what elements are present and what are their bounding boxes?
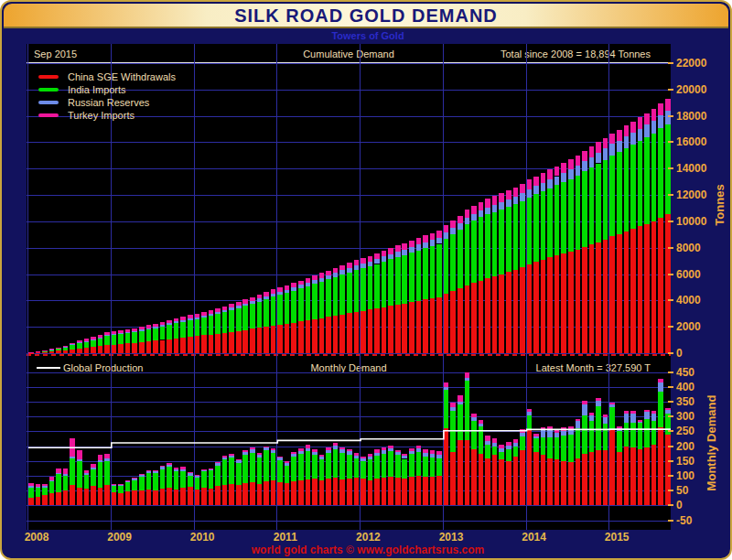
cumulative-bar-segment — [506, 272, 511, 353]
y-tick-label: 20000 — [676, 83, 706, 96]
cumulative-bar-segment — [479, 217, 484, 280]
cumulative-bar-segment — [354, 265, 360, 270]
y-tick-mark — [668, 274, 673, 275]
monthly-bar-segment — [395, 478, 401, 506]
cumulative-bar-segment — [520, 201, 525, 267]
monthly-bar-segment — [319, 480, 325, 506]
monthly-bar-segment — [271, 448, 276, 449]
monthly-bar-segment — [416, 448, 422, 452]
cumulative-bar-segment — [298, 285, 304, 288]
cumulative-bar-segment — [471, 221, 477, 283]
monthly-bar-segment — [271, 450, 276, 453]
cumulative-bar-segment — [257, 302, 263, 328]
y-tick-label: 2000 — [676, 320, 701, 333]
monthly-bar-segment — [56, 468, 61, 473]
monthly-bar-segment — [617, 431, 622, 452]
cumulative-bar-segment — [84, 339, 90, 340]
cumulative-bar-segment — [98, 339, 103, 347]
monthly-bar-segment — [104, 461, 110, 485]
monthly-bar-segment — [174, 469, 179, 471]
monthly-bar-segment — [630, 423, 636, 448]
cumulative-bar-segment — [319, 318, 325, 353]
monthly-bar-segment — [624, 411, 630, 414]
cumulative-bar-segment — [576, 156, 581, 166]
cumulative-bar-segment — [326, 275, 331, 279]
cumulative-bar-segment — [479, 202, 484, 210]
monthly-bar-segment — [339, 449, 345, 452]
monthly-bar-segment — [471, 449, 477, 506]
cumulative-bar-segment — [533, 186, 539, 194]
cumulative-bar-segment — [180, 338, 186, 353]
monthly-bar-segment — [651, 445, 657, 505]
monthly-bar-segment — [167, 465, 172, 468]
cumulative-bar-segment — [547, 257, 553, 353]
cumulative-bar-segment — [167, 320, 172, 323]
cumulative-bar-segment — [70, 345, 75, 350]
monthly-bar-segment — [250, 449, 255, 452]
monthly-bar-segment — [139, 474, 145, 475]
monthly-bar-segment — [277, 458, 283, 460]
monthly-bar-segment — [436, 476, 442, 505]
monthly-bar-segment — [77, 488, 82, 505]
monthly-bar-segment — [257, 455, 263, 458]
monthly-bar-segment — [609, 430, 615, 506]
cumulative-bar-segment — [547, 169, 553, 179]
monthly-bar-segment — [42, 484, 48, 486]
cumulative-bar-segment — [333, 273, 339, 277]
cumulative-bar-segment — [264, 299, 269, 327]
cumulative-bar-segment — [436, 244, 442, 297]
cumulative-bar-segment — [146, 328, 152, 329]
cumulative-bar-segment — [195, 336, 200, 353]
bottom-gridline — [27, 416, 671, 417]
cumulative-bar-segment — [56, 349, 61, 351]
y-tick-mark — [668, 520, 673, 522]
cumulative-bar-segment — [533, 177, 539, 186]
cumulative-bar-segment — [388, 259, 393, 306]
monthly-bar-segment — [180, 467, 186, 469]
cumulative-bar-segment — [339, 275, 345, 315]
monthly-bar-segment — [361, 457, 366, 459]
bottom-gridline — [27, 372, 671, 373]
monthly-bar-segment — [630, 414, 636, 423]
cumulative-bar-segment — [209, 314, 214, 316]
monthly-bar-segment — [416, 476, 422, 505]
monthly-bar-segment — [195, 475, 200, 476]
monthly-bar-segment — [382, 478, 387, 506]
monthly-bar-segment — [541, 427, 546, 429]
cumulative-bar-segment — [541, 191, 546, 260]
monthly-bar-segment — [624, 414, 630, 423]
monthly-bar-segment — [195, 490, 200, 506]
monthly-bar-segment — [520, 429, 525, 433]
cumulative-bar-segment — [56, 350, 61, 353]
y-tick-label: 450 — [676, 366, 694, 379]
cumulative-bar-segment — [236, 308, 242, 331]
monthly-bar-segment — [139, 477, 145, 490]
cumulative-bar-segment — [485, 214, 490, 278]
cumulative-bar-segment — [201, 335, 207, 353]
monthly-bar-segment — [319, 455, 325, 458]
monthly-bar-segment — [471, 417, 477, 421]
cumulative-bar-segment — [506, 207, 511, 272]
monthly-bar-segment — [409, 448, 414, 451]
monthly-bar-segment — [91, 469, 96, 486]
cumulative-bar-segment — [132, 331, 137, 332]
cumulative-bar-segment — [333, 268, 339, 274]
monthly-bar-segment — [388, 448, 393, 451]
cumulative-bar-segment — [354, 260, 360, 265]
cumulative-bar-segment — [416, 251, 422, 301]
monthly-bar-segment — [209, 470, 214, 488]
cumulative-bar-segment — [589, 244, 595, 353]
monthly-bar-segment — [402, 454, 407, 457]
cumulative-bar-segment — [333, 316, 339, 353]
monthly-bar-segment — [658, 382, 663, 392]
cumulative-bar-segment — [416, 244, 422, 250]
monthly-bar-segment — [582, 415, 587, 454]
monthly-bar-segment — [561, 427, 566, 431]
monthly-bar-segment — [458, 404, 463, 440]
y-tick-mark — [668, 62, 673, 64]
monthly-bar-segment — [167, 463, 172, 465]
monthly-bar-segment — [450, 403, 456, 408]
cumulative-bar-segment — [568, 252, 574, 353]
cumulative-bar-segment — [603, 160, 608, 241]
monthly-bar-segment — [70, 457, 75, 458]
